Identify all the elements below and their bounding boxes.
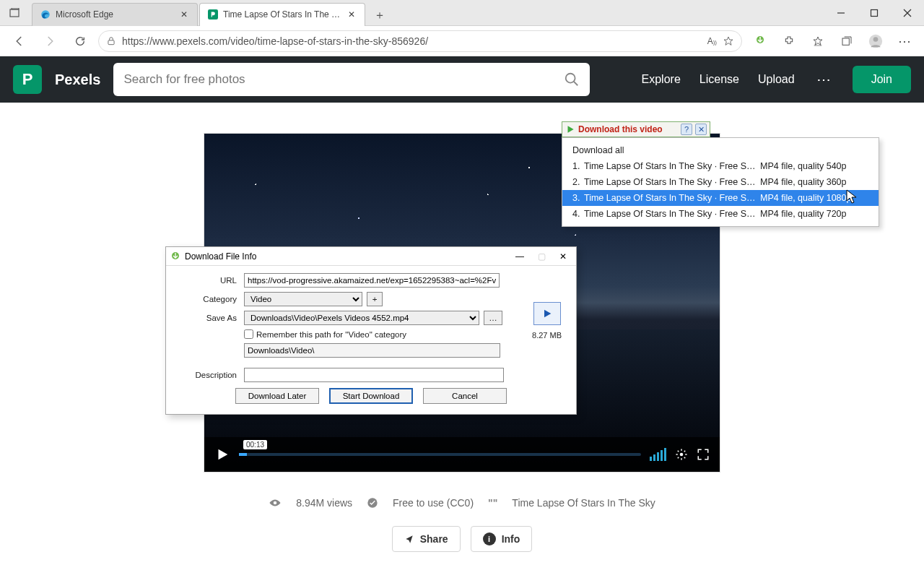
window-controls: [824, 0, 924, 26]
back-button[interactable]: [7, 29, 32, 53]
views-icon: [269, 499, 282, 507]
description-label: Description: [176, 371, 240, 379]
nav-more-icon[interactable]: ⋯: [814, 71, 834, 88]
nav-upload[interactable]: Upload: [758, 73, 795, 86]
search-box[interactable]: [113, 63, 590, 96]
download-icon: [565, 124, 575, 134]
idm-item-4[interactable]: 4.Time Lapse Of Stars In The Sky · Free …: [562, 206, 879, 222]
reload-button[interactable]: [68, 29, 92, 53]
dialog-title: Download File Info: [185, 251, 256, 262]
tab-title: Microsoft Edge: [56, 9, 178, 20]
url-field[interactable]: [244, 273, 500, 288]
seek-bar[interactable]: 00:13: [239, 453, 641, 456]
close-icon[interactable]: ✕: [178, 9, 190, 20]
remember-label: Remember this path for "Video" category: [256, 330, 406, 339]
join-button[interactable]: Join: [853, 66, 911, 93]
video-file-icon: [533, 302, 561, 325]
video-meta: 8.94M views Free to use (CC0) "" Time La…: [204, 497, 720, 509]
idm-ext-icon[interactable]: [748, 29, 772, 53]
minimize-icon[interactable]: —: [511, 251, 528, 262]
idm-item-1[interactable]: 1.Time Lapse Of Stars In The Sky · Free …: [562, 158, 879, 174]
fullscreen-icon[interactable]: [697, 448, 710, 461]
idm-capture-label: Download this video: [578, 124, 678, 134]
info-icon: i: [483, 532, 496, 545]
volume-icon[interactable]: [650, 448, 666, 461]
close-icon[interactable]: ✕: [695, 124, 707, 135]
close-icon[interactable]: ✕: [346, 9, 357, 20]
help-icon[interactable]: ?: [681, 124, 692, 135]
lock-icon: [106, 36, 116, 46]
pexels-logo-icon[interactable]: P: [13, 65, 42, 94]
page-body: 00:13 Download this video ? ✕ Download a…: [0, 103, 924, 578]
favorite-icon[interactable]: [723, 35, 734, 47]
saveas-field[interactable]: Downloads\Video\Pexels Videos 4552.mp4: [244, 311, 479, 325]
nav-explore[interactable]: Explore: [642, 73, 681, 86]
add-category-button[interactable]: +: [367, 292, 383, 306]
close-window-button[interactable]: [891, 0, 924, 26]
profile-icon[interactable]: [863, 29, 888, 53]
minimize-button[interactable]: [824, 0, 858, 26]
collections-icon[interactable]: [834, 29, 859, 53]
search-input[interactable]: [123, 72, 564, 87]
license-text: Free to use (CC0): [393, 497, 474, 509]
play-icon[interactable]: [214, 447, 230, 462]
tab-strip: Microsoft Edge ✕ Time Lapse Of Stars In …: [29, 0, 824, 26]
description-field[interactable]: [244, 368, 504, 382]
start-download-button[interactable]: Start Download: [329, 388, 413, 404]
tab-title: Time Lapse Of Stars In The Sky · F: [223, 9, 346, 20]
pexels-brand: Pexels: [55, 72, 100, 88]
tab-manager-button[interactable]: [4, 3, 25, 23]
svg-rect-11: [842, 38, 849, 45]
share-label: Share: [420, 533, 448, 545]
close-icon[interactable]: ✕: [554, 251, 572, 262]
idm-item-2[interactable]: 2.Time Lapse Of Stars In The Sky · Free …: [562, 174, 879, 190]
browse-button[interactable]: …: [484, 311, 502, 325]
new-tab-button[interactable]: ＋: [370, 6, 390, 26]
maximize-icon[interactable]: ▢: [533, 251, 550, 262]
reader-icon[interactable]: A)): [707, 36, 717, 46]
action-row: Share i Info: [204, 526, 720, 552]
settings-icon[interactable]: [675, 448, 688, 461]
video-title: Time Lapse Of Stars In The Sky: [512, 497, 655, 509]
idm-capture-bar[interactable]: Download this video ? ✕: [562, 121, 710, 137]
favorites-icon[interactable]: [806, 29, 830, 53]
pexels-nav: Explore License Upload ⋯ Join: [642, 66, 911, 93]
category-select[interactable]: Video: [244, 292, 362, 306]
share-icon: [404, 534, 414, 544]
pexels-header: P Pexels Explore License Upload ⋯ Join: [0, 56, 924, 103]
download-later-button[interactable]: Download Later: [235, 388, 319, 404]
search-icon[interactable]: [564, 72, 580, 87]
address-field[interactable]: A)): [98, 30, 742, 52]
nav-license[interactable]: License: [699, 73, 739, 86]
tab-edge[interactable]: Microsoft Edge ✕: [32, 3, 198, 26]
svg-rect-1: [12, 8, 19, 9]
player-controls: 00:13: [204, 437, 720, 472]
idm-item-3[interactable]: 3.Time Lapse Of Stars In The Sky · Free …: [562, 190, 879, 206]
pexels-icon: [207, 9, 219, 20]
category-label: Category: [176, 295, 240, 303]
info-button[interactable]: i Info: [471, 526, 533, 552]
idm-download-menu: Download all 1.Time Lapse Of Stars In Th…: [562, 137, 879, 227]
cancel-button[interactable]: Cancel: [423, 388, 507, 404]
remember-checkbox[interactable]: [244, 329, 253, 339]
idm-icon: [170, 251, 180, 262]
share-button[interactable]: Share: [392, 526, 461, 552]
edge-icon: [40, 9, 51, 20]
extensions-icon[interactable]: [777, 29, 801, 53]
maximize-button[interactable]: [858, 0, 891, 26]
info-label: Info: [502, 533, 520, 545]
browser-titlebar: Microsoft Edge ✕ Time Lapse Of Stars In …: [0, 0, 924, 26]
dialog-titlebar[interactable]: Download File Info — ▢ ✕: [166, 247, 576, 266]
file-size: 8.27 MB: [532, 331, 562, 340]
url-input[interactable]: [122, 35, 702, 47]
svg-line-15: [574, 82, 578, 86]
cursor-icon: [846, 189, 858, 204]
forward-button[interactable]: [38, 29, 62, 53]
menu-icon[interactable]: ⋯: [892, 29, 917, 53]
idm-download-all[interactable]: Download all: [562, 142, 879, 158]
svg-point-14: [566, 74, 575, 83]
url-label: URL: [176, 276, 240, 285]
file-preview: 8.27 MB: [532, 302, 562, 340]
tab-pexels[interactable]: Time Lapse Of Stars In The Sky · F ✕: [199, 3, 365, 26]
check-icon: [367, 497, 378, 509]
